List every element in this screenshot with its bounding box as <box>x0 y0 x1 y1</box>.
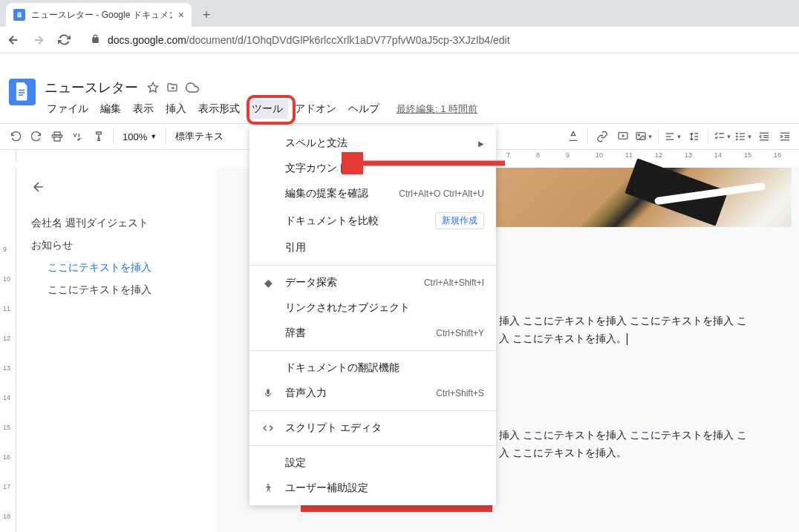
zoom-select[interactable]: 100% ▼ <box>118 131 161 142</box>
docs-favicon-icon <box>13 9 25 21</box>
menu-compare[interactable]: ドキュメントを比較新規作成 <box>250 206 496 235</box>
svg-rect-4 <box>19 90 25 91</box>
insert-link-button[interactable] <box>593 127 612 146</box>
svg-point-18 <box>736 139 738 141</box>
svg-point-17 <box>736 136 738 138</box>
menu-tools[interactable]: ツール <box>247 99 288 119</box>
decrease-indent-button[interactable] <box>754 127 774 146</box>
outline-sub-2[interactable]: ここにテキストを挿入 <box>31 279 202 301</box>
svg-rect-5 <box>19 92 25 93</box>
forward-button[interactable] <box>31 33 46 47</box>
menu-explore[interactable]: ◆データ探索Ctrl+Alt+Shift+I <box>250 270 496 295</box>
paint-format-button[interactable] <box>89 127 108 146</box>
menu-review-suggestions[interactable]: 編集の提案を確認Ctrl+Alt+O Ctrl+Alt+U <box>250 181 496 206</box>
code-icon <box>261 423 275 433</box>
menu-spelling[interactable]: スペルと文法▶ <box>250 131 496 156</box>
svg-point-12 <box>638 134 639 136</box>
svg-rect-9 <box>54 137 60 141</box>
menu-file[interactable]: ファイル <box>42 99 94 119</box>
undo-button[interactable] <box>6 127 25 146</box>
insert-comment-button[interactable] <box>613 127 633 146</box>
body-line-1: 挿入 ここにテキストを挿入 ここにテキストを挿入 こ <box>499 312 747 330</box>
body-line-4: 入 ここにテキストを挿入。 <box>499 444 627 462</box>
bulleted-list-button[interactable]: ▼ <box>734 127 753 146</box>
menu-dictionary[interactable]: 辞書Ctrl+Shift+Y <box>250 321 496 346</box>
outline-heading-1[interactable]: 会社名 週刊ダイジェスト <box>31 212 202 234</box>
mic-icon <box>261 388 275 398</box>
move-icon[interactable] <box>166 81 178 94</box>
browser-tab-strip: ニュースレター - Google ドキュメント × + <box>0 0 799 27</box>
tools-dropdown: スペルと文法▶ 文字カウント 編集の提案を確認Ctrl+Alt+O Ctrl+A… <box>250 126 496 505</box>
menu-preferences[interactable]: 設定 <box>250 450 496 476</box>
explore-icon: ◆ <box>261 277 275 289</box>
menu-linked-objects[interactable]: リンクされたオブジェクト <box>250 295 496 321</box>
align-button[interactable]: ▼ <box>663 127 682 146</box>
last-edit-link[interactable]: 最終編集: 1 時間前 <box>397 102 477 116</box>
menu-view[interactable]: 表示 <box>128 99 159 119</box>
hero-image <box>495 168 792 227</box>
browser-tab[interactable]: ニュースレター - Google ドキュメント × <box>6 3 192 27</box>
url-field[interactable]: docs.google.com/document/d/1OhqDVdGlPk6r… <box>82 31 793 49</box>
svg-point-16 <box>736 133 738 135</box>
menu-format[interactable]: 表示形式 <box>193 99 245 119</box>
svg-rect-19 <box>739 133 744 134</box>
lock-icon <box>91 34 100 46</box>
menu-edit[interactable]: 編集 <box>95 99 126 119</box>
vertical-ruler[interactable]: 9101112131415161718 <box>0 168 16 532</box>
menu-word-count[interactable]: 文字カウント <box>250 156 496 181</box>
outline-heading-2[interactable]: お知らせ <box>31 234 202 257</box>
star-icon[interactable] <box>147 81 159 94</box>
print-button[interactable] <box>48 127 67 146</box>
svg-marker-7 <box>148 82 157 92</box>
outline-back-icon[interactable] <box>31 180 202 197</box>
menu-script-editor[interactable]: スクリプト エディタ <box>250 416 496 441</box>
outline-sub-1[interactable]: ここにテキストを挿入 <box>31 257 202 279</box>
body-line-2: 入 ここにテキストを挿入。 <box>499 329 627 348</box>
spellcheck-button[interactable] <box>68 127 88 146</box>
checklist-button[interactable]: ▼ <box>713 127 732 146</box>
url-text: docs.google.com/document/d/1OhqDVdGlPk6r… <box>108 34 510 46</box>
svg-rect-3 <box>18 16 19 16</box>
menu-translate[interactable]: ドキュメントの翻訳機能 <box>250 355 496 381</box>
tab-close-icon[interactable]: × <box>178 9 184 21</box>
highlight-color-button[interactable] <box>564 127 583 146</box>
text-cursor-icon <box>627 333 627 345</box>
body-line-3: 挿入 ここにテキストを挿入 ここにテキストを挿入 こ <box>499 426 747 444</box>
accessibility-icon <box>261 483 275 493</box>
redo-button[interactable] <box>27 127 46 146</box>
menu-bar: ファイル 編集 表示 挿入 表示形式 ツール アドオン ヘルプ 最終編集: 1 … <box>42 99 790 119</box>
increase-indent-button[interactable] <box>775 127 795 146</box>
back-button[interactable] <box>6 33 21 47</box>
svg-point-30 <box>267 484 269 485</box>
outline-panel: 会社名 週刊ダイジェスト お知らせ ここにテキストを挿入 ここにテキストを挿入 <box>16 168 217 532</box>
new-badge: 新規作成 <box>435 212 484 229</box>
address-bar: docs.google.com/document/d/1OhqDVdGlPk6r… <box>0 27 799 53</box>
reload-button[interactable] <box>56 33 71 47</box>
menu-accessibility[interactable]: ユーザー補助設定 <box>250 476 496 501</box>
tab-title: ニュースレター - Google ドキュメント <box>31 9 172 22</box>
svg-rect-2 <box>18 15 20 16</box>
menu-citations[interactable]: 引用 <box>250 235 496 260</box>
svg-rect-1 <box>18 13 20 14</box>
document-title[interactable]: ニュースレター <box>42 77 141 98</box>
menu-insert[interactable]: 挿入 <box>160 99 192 119</box>
docs-logo-icon[interactable] <box>9 79 36 105</box>
insert-image-button[interactable]: ▼ <box>634 127 653 146</box>
new-tab-button[interactable]: + <box>196 4 217 25</box>
svg-rect-6 <box>19 94 23 96</box>
menu-addons[interactable]: アドオン <box>290 99 342 119</box>
docs-header: ニュースレター ファイル 編集 表示 挿入 表示形式 ツール アドオン ヘルプ … <box>0 71 799 119</box>
menu-help[interactable]: ヘルプ <box>343 99 385 119</box>
line-spacing-button[interactable] <box>684 127 703 146</box>
style-select[interactable]: 標準テキス <box>171 130 228 143</box>
svg-rect-21 <box>739 139 744 139</box>
menu-voice-typing[interactable]: 音声入力Ctrl+Shift+S <box>250 381 496 406</box>
svg-rect-20 <box>739 136 744 137</box>
cloud-status-icon[interactable] <box>186 81 199 94</box>
chevron-right-icon: ▶ <box>478 139 484 148</box>
